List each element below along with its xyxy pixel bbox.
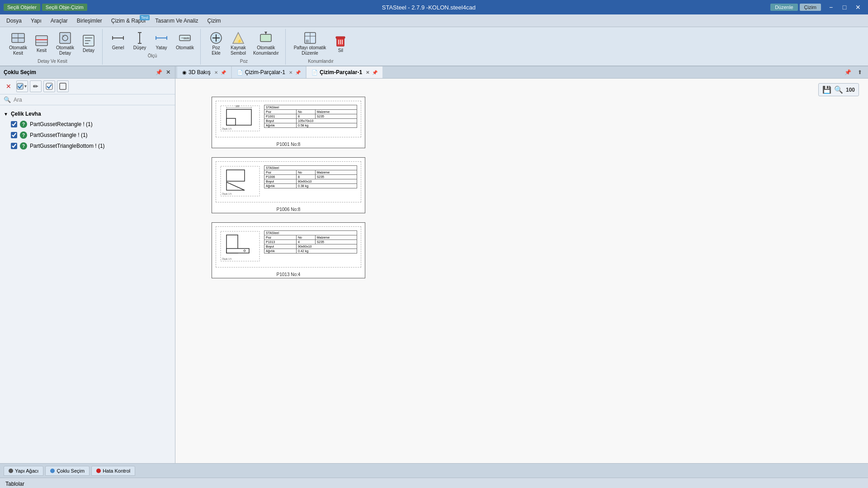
ribbon-btn-genel[interactable]: Genel — [108, 29, 128, 52]
list-item-icon-0: ? — [20, 121, 27, 128]
ribbon-btn-dusey[interactable]: Düşey — [130, 29, 150, 52]
poz-ekle-icon — [209, 31, 223, 45]
sheet-drawing-0: 105 Ölçek 1:5 — [220, 105, 260, 133]
ribbon-btn-kesit-label: Kesit — [37, 48, 47, 53]
ribbon-btn-pafta-duzenle[interactable]: ⊞ Paftayı otomatikDüzenle — [291, 29, 329, 58]
list-item-icon-2: ? — [20, 142, 27, 150]
panel-check-button[interactable]: ▼ — [16, 80, 28, 92]
coklu-label: Çoklu Seçim — [57, 468, 85, 474]
ribbon-btn-yatay-label: Yatay — [156, 45, 167, 51]
tab-3d-bakis[interactable]: ◉ 3D Bakış ✕ 📌 — [177, 66, 231, 78]
ribbon-btn-otomatik-konumlandir[interactable]: OtomatikKonumlandır — [250, 29, 282, 58]
list-item-2[interactable]: ? PartGussetTriangleBottom ! (1) — [4, 141, 171, 151]
dusey-icon — [132, 31, 147, 45]
menu-birlesimler[interactable]: Birleşimler — [72, 16, 107, 26]
list-item-label-1: PartGussetTriangle ! (1) — [30, 132, 88, 138]
menu-tasarim-analiz[interactable]: Tasarım Ve Analiz — [151, 16, 203, 26]
left-panel: Çoklu Seçim 📌 ✕ ✕ ▼ ✏ 🔍 — [0, 66, 175, 463]
ribbon-btn-kesit[interactable]: Kesit — [32, 32, 52, 55]
search-view-icon[interactable]: 🔍 — [834, 85, 843, 94]
title-bar-btn2[interactable]: Seçili Obje-Çizim — [42, 4, 87, 11]
panel-select-button[interactable] — [43, 80, 55, 92]
menu-cizim-rapor[interactable]: Çizim & Rapor Test — [107, 16, 151, 26]
ribbon-group-poz-label: Poz — [240, 59, 248, 64]
list-checkbox-2[interactable] — [11, 143, 17, 149]
tab-action-expand[interactable]: ⬆ — [855, 68, 864, 76]
ribbon-btn-otomatik-konumlandir-label: OtomatikKonumlandır — [253, 45, 279, 56]
yatay-icon — [154, 31, 169, 45]
sheet-drawing-1: Ölçek 1:5 — [220, 165, 260, 198]
menu-yapi[interactable]: Yapı — [26, 16, 46, 26]
list-checkbox-1[interactable] — [11, 132, 17, 138]
tab-3d-close[interactable]: ✕ — [214, 70, 218, 75]
panel-close-icon[interactable]: ✕ — [165, 68, 171, 76]
bottom-panel: Yapı Ağacı Çoklu Seçim Hata Kontrol — [0, 463, 868, 478]
svg-rect-3 — [36, 36, 47, 46]
ribbon-btn-poz-ekle[interactable]: PozEkle — [206, 29, 226, 58]
panel-toolbar: ✕ ▼ ✏ — [0, 79, 175, 94]
tab-cizim1-pin[interactable]: 📌 — [295, 70, 301, 75]
tab-cizim1-icon: 📄 — [237, 70, 243, 75]
pafta-duzenle-icon: ⊞ — [303, 31, 317, 45]
tab-3d-icon: ◉ — [182, 70, 187, 75]
tab-action-pin[interactable]: 📌 — [842, 68, 854, 76]
menu-araclar[interactable]: Araçlar — [46, 16, 72, 26]
ribbon-group-konumlandir-label: Konumlandır — [308, 59, 334, 64]
list-item-0[interactable]: ? PartGussetRectangle ! (1) — [4, 119, 171, 130]
tab-cizim-parcalar-2[interactable]: 📄 Çizim-Parçalar-1 ✕ 📌 — [307, 66, 382, 78]
title-bar: Seçili Objeler Seçili Obje-Çizim STAStee… — [0, 0, 868, 14]
svg-text:⚡: ⚡ — [237, 38, 242, 44]
panel-close-button[interactable]: ✕ — [3, 80, 14, 92]
list-checkbox-0[interactable] — [11, 121, 17, 127]
ribbon-group-olcu: Genel Düşey Yatay auto — [104, 29, 201, 65]
ribbon-btn-otomatik-detay[interactable]: OtomatikDetay — [53, 29, 77, 58]
section-label-celik: Çelik Levha — [11, 111, 41, 117]
search-input[interactable] — [14, 97, 171, 103]
detay-icon — [81, 33, 96, 48]
panel-pin-icon[interactable]: 📌 — [155, 68, 163, 76]
ribbon-btn-yatay[interactable]: Yatay — [151, 29, 171, 52]
tab-cizim-parcalar-1[interactable]: 📄 Çizim-Parçalar-1 ✕ 📌 — [232, 66, 306, 78]
menu-cizim[interactable]: Çizim — [203, 16, 226, 26]
ribbon-btn-detay[interactable]: Detay — [79, 32, 99, 55]
svg-rect-44 — [60, 83, 66, 89]
tab-cizim2-close[interactable]: ✕ — [366, 70, 369, 75]
title-bar-btn1[interactable]: Seçili Objeler — [4, 4, 40, 11]
window-maximize-button[interactable]: □ — [838, 1, 851, 14]
tab-actions: 📌 ⬆ — [842, 68, 868, 76]
canvas-area[interactable]: 💾 🔍 100 — [175, 79, 868, 463]
section-header-celik[interactable]: ▼ Çelik Levha — [4, 109, 171, 119]
window-close-button[interactable]: ✕ — [852, 1, 864, 14]
tables-label: Tablolar — [5, 481, 24, 487]
tab-3d-pin[interactable]: 📌 — [221, 70, 226, 75]
menu-dosya[interactable]: Dosya — [2, 16, 26, 26]
svg-rect-54 — [226, 170, 245, 181]
window-minimize-button[interactable]: − — [825, 1, 837, 14]
tab-cizim2-pin[interactable]: 📌 — [372, 70, 377, 75]
bottom-tab-hata[interactable]: Hata Kontrol — [91, 466, 135, 476]
svg-rect-38 — [336, 37, 345, 38]
svg-text:Ölçek 1:5: Ölçek 1:5 — [222, 127, 231, 130]
ribbon-btn-otomatik-kesit[interactable]: OtomatikKesit — [6, 29, 30, 58]
ribbon-group-detay: OtomatikKesit Kesit OtomatikDetay — [3, 29, 103, 65]
ribbon-btn-genel-label: Genel — [112, 45, 124, 51]
btn-duzenle[interactable]: Düzenle — [770, 4, 797, 11]
ribbon-btn-sil[interactable]: Sil — [330, 32, 350, 55]
kesit-icon — [34, 33, 49, 48]
list-item-1[interactable]: ? PartGussetTriangle ! (1) — [4, 130, 171, 141]
save-icon[interactable]: 💾 — [822, 85, 831, 94]
tab-bar: ◉ 3D Bakış ✕ 📌 📄 Çizim-Parçalar-1 ✕ 📌 📄 … — [175, 66, 868, 79]
svg-marker-55 — [226, 182, 245, 190]
tab-cizim1-close[interactable]: ✕ — [289, 70, 292, 75]
bottom-tab-yapi[interactable]: Yapı Ağacı — [4, 466, 43, 476]
panel-edit-button[interactable]: ✏ — [30, 80, 42, 92]
ribbon-group-olcu-label: Ölçü — [148, 53, 157, 58]
ribbon-btn-otomatik-olcu[interactable]: auto Otomatik — [173, 29, 197, 52]
tab-3d-label: 3D Bakış — [189, 69, 211, 75]
yapi-dot — [9, 469, 13, 473]
ribbon-btn-kaynak-sembol[interactable]: ⚡ KaynakSembol — [228, 29, 249, 58]
btn-cizim[interactable]: Çizim — [800, 4, 821, 11]
panel-box-button[interactable] — [57, 80, 69, 92]
bottom-tab-coklu[interactable]: Çoklu Seçim — [45, 466, 90, 476]
ribbon-btn-otomatik-olcu-label: Otomatik — [176, 45, 194, 51]
